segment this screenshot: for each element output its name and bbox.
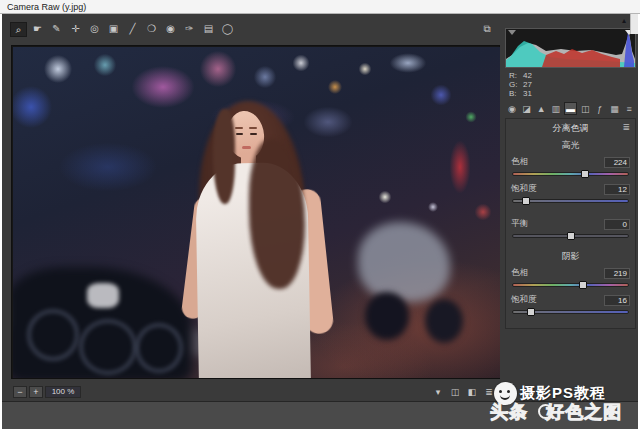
slider-track[interactable]: [512, 283, 629, 287]
tab-lens-corrections[interactable]: ◫: [578, 102, 592, 115]
zoom-tool[interactable]: ⌕: [10, 22, 27, 37]
tab-split-toning[interactable]: ▬: [564, 102, 578, 115]
highlights-header: 高光: [511, 139, 630, 152]
shadows-header: 阴影: [511, 250, 630, 263]
shadows-saturation-label: 饱和度: [511, 294, 537, 306]
bicycle-wheel: [135, 323, 183, 373]
tab-basic[interactable]: ◉: [505, 102, 519, 115]
adjustment-brush-tool[interactable]: ✑: [181, 22, 198, 37]
screenshot-root: Camera Raw (y.jpg) ⌕ ☛ ✎ ✛ ◎ ▣ ╱: [0, 0, 640, 431]
bicycle-wheel: [27, 309, 79, 361]
before-after-view-icon[interactable]: ◫: [448, 386, 462, 399]
subject-eye: [250, 133, 257, 135]
graduated-filter-tool[interactable]: ▤: [200, 22, 217, 37]
balance-slider[interactable]: [512, 232, 629, 241]
split-toning-panel: 分离色调 ≣ 高光 色相 224 饱和度 12: [505, 118, 636, 329]
preview-image[interactable]: [13, 47, 500, 378]
targeted-adjustment-tool[interactable]: ◎: [86, 22, 103, 37]
tab-detail[interactable]: ▲: [534, 102, 548, 115]
slider-thumb[interactable]: [567, 232, 575, 240]
highlights-saturation-value[interactable]: 12: [604, 184, 630, 195]
bicycle-basket-bag: [87, 283, 119, 308]
toolbar: ⌕ ☛ ✎ ✛ ◎ ▣ ╱ ❍ ◉ ✑: [10, 21, 236, 37]
histogram: [505, 28, 636, 68]
panel-title: 分离色调: [553, 123, 589, 133]
page-scrollbar[interactable]: ▴: [630, 14, 638, 34]
subject-eye: [236, 133, 243, 135]
b-label: B:: [509, 89, 523, 98]
radial-filter-tool[interactable]: ◯: [219, 22, 236, 37]
window-title: Camera Raw (y.jpg): [7, 2, 86, 12]
preview-statusbar: − + 100 % ▾ ◫ ◧ ≣: [11, 384, 500, 400]
dialog-footer: [2, 401, 638, 429]
panel-tabs: ◉ ◪ ▲ ▥ ▬ ◫ ƒ ▦: [505, 102, 636, 115]
toggle-dialog-icon[interactable]: ⧉: [478, 21, 496, 36]
window-titlebar: Camera Raw (y.jpg): [0, 0, 640, 14]
tab-hsl[interactable]: ▥: [549, 102, 563, 115]
highlights-hue-label: 色相: [511, 156, 528, 168]
tab-presets[interactable]: ≡: [622, 102, 636, 115]
motorbike-wheel: [425, 299, 463, 343]
camera-raw-dialog: ⌕ ☛ ✎ ✛ ◎ ▣ ╱ ❍ ◉ ✑: [2, 14, 638, 401]
panel-menu-icon[interactable]: ≣: [622, 122, 630, 132]
motorbike-wheel: [365, 292, 409, 340]
white-balance-tool[interactable]: ✎: [48, 22, 65, 37]
histogram-graph: [506, 29, 635, 67]
preview-frame: [11, 45, 500, 379]
bicycle-wheel: [79, 319, 137, 375]
tab-effects[interactable]: ƒ: [593, 102, 607, 115]
subject-lips: [242, 146, 251, 149]
zoom-controls: − + 100 %: [13, 386, 81, 398]
highlights-saturation-label: 饱和度: [511, 183, 537, 195]
adjustments-column: R:42 G:27 B:31 ◉ ◪ ▲ ▥ ▬ ◫: [505, 28, 636, 400]
shadows-saturation-value[interactable]: 16: [604, 295, 630, 306]
highlights-hue-slider[interactable]: [512, 170, 629, 179]
view-menu-icon[interactable]: ≣: [482, 386, 496, 399]
shadows-saturation-slider[interactable]: [512, 308, 629, 317]
r-value: 42: [523, 71, 532, 80]
tab-camera-calibration[interactable]: ▦: [608, 102, 622, 115]
balance-label: 平衡: [511, 218, 528, 230]
highlights-saturation-slider[interactable]: [512, 197, 629, 206]
rgb-readout: R:42 G:27 B:31: [505, 71, 636, 98]
spot-removal-tool[interactable]: ❍: [143, 22, 160, 37]
slider-thumb[interactable]: [527, 308, 535, 316]
color-sampler-tool[interactable]: ✛: [67, 22, 84, 37]
r-label: R:: [509, 71, 523, 80]
b-value: 31: [523, 89, 532, 98]
subject-hair-strand: [213, 109, 235, 204]
scroll-arrow-icon: ▴: [622, 16, 626, 25]
shadows-hue-slider[interactable]: [512, 281, 629, 290]
tab-tone-curve[interactable]: ◪: [520, 102, 534, 115]
balance-value[interactable]: 0: [604, 219, 630, 230]
subject-eyebrow: [249, 127, 257, 129]
view-icons: ▾ ◫ ◧ ≣: [431, 386, 496, 399]
g-value: 27: [523, 80, 532, 89]
slider-thumb[interactable]: [522, 197, 530, 205]
red-eye-tool[interactable]: ◉: [162, 22, 179, 37]
slider-thumb[interactable]: [579, 281, 587, 289]
highlights-hue-value[interactable]: 224: [604, 157, 630, 168]
slider-thumb[interactable]: [581, 170, 589, 178]
preview-toggle-icon[interactable]: ▾: [431, 386, 445, 399]
hand-tool[interactable]: ☛: [29, 22, 46, 37]
subject-eyebrow: [235, 127, 243, 129]
shadows-hue-label: 色相: [511, 267, 528, 279]
zoom-level-select[interactable]: 100 %: [45, 386, 81, 398]
crop-tool[interactable]: ▣: [105, 22, 122, 37]
g-label: G:: [509, 80, 523, 89]
shadow-clipping-indicator[interactable]: [508, 30, 516, 35]
slider-track[interactable]: [512, 172, 629, 176]
split-view-icon[interactable]: ◧: [465, 386, 479, 399]
zoom-in-button[interactable]: +: [29, 386, 43, 398]
zoom-out-button[interactable]: −: [13, 386, 27, 398]
motorbike: [358, 222, 450, 302]
shadows-hue-value[interactable]: 219: [604, 268, 630, 279]
straighten-tool[interactable]: ╱: [124, 22, 141, 37]
